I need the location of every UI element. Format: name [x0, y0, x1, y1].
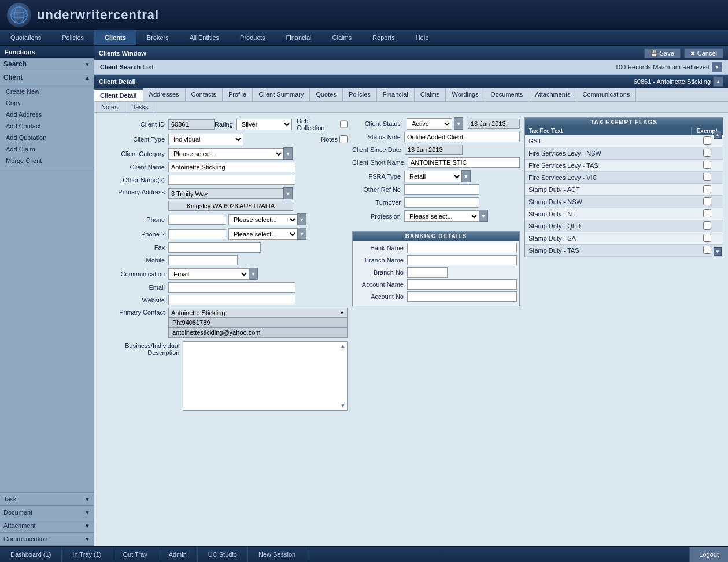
tax-exempt-checkbox[interactable] — [703, 149, 711, 157]
footer-new-session[interactable]: New Session — [248, 547, 306, 562]
primary-address-line1-input[interactable] — [168, 188, 284, 199]
profession-arrow[interactable]: ▼ — [479, 210, 488, 222]
communication-arrow[interactable]: ▼ — [249, 268, 258, 280]
nav-quotations[interactable]: Quotations — [0, 30, 51, 45]
nav-reports[interactable]: Reports — [362, 30, 405, 45]
desc-scroll-down[interactable]: ▼ — [340, 402, 346, 409]
primary-contact-box[interactable]: Antoinette Stickling ▼ — [168, 308, 348, 318]
tax-exempt-checkbox[interactable] — [703, 185, 711, 193]
website-input[interactable] — [168, 295, 295, 305]
footer-dashboard[interactable]: Dashboard (1) — [0, 547, 62, 562]
desc-scroll-up[interactable]: ▲ — [340, 343, 346, 349]
tax-exempt-checkbox[interactable] — [703, 221, 711, 230]
mobile-input[interactable] — [168, 255, 238, 265]
client-id-input[interactable] — [168, 119, 215, 130]
tab-client-detail[interactable]: Client Detail — [94, 88, 143, 101]
client-short-input[interactable] — [408, 157, 520, 168]
logout-button[interactable]: Logout — [689, 547, 728, 562]
other-names-input[interactable] — [168, 175, 295, 185]
cancel-button[interactable]: ✖ Cancel — [684, 48, 723, 58]
tab-documents[interactable]: Documents — [485, 88, 530, 101]
email-input[interactable] — [168, 282, 295, 293]
tax-scroll-up[interactable]: ▲ — [714, 131, 722, 139]
tab-claims[interactable]: Claims — [415, 88, 446, 101]
notes-checkbox[interactable] — [339, 135, 348, 143]
sidebar-merge-client[interactable]: Merge Client — [0, 155, 94, 167]
fax-input[interactable] — [168, 242, 261, 253]
sidebar-add-contact[interactable]: Add Contact — [0, 120, 94, 132]
sub-tab-tasks[interactable]: Tasks — [125, 102, 156, 112]
tab-contacts[interactable]: Contacts — [186, 88, 223, 101]
fsra-arrow[interactable]: ▼ — [461, 170, 471, 182]
save-button[interactable]: 💾 Save — [644, 48, 681, 58]
branch-name-input[interactable] — [407, 255, 517, 265]
phone2-input[interactable] — [168, 229, 226, 239]
sidebar-add-claim[interactable]: Add Claim — [0, 143, 94, 155]
phone-type-select[interactable]: Please select... — [228, 214, 298, 225]
tax-exempt-checkbox[interactable] — [703, 173, 711, 181]
tab-quotes[interactable]: Quotes — [310, 88, 342, 101]
sidebar-task-row[interactable]: Task ▼ — [0, 493, 94, 506]
nav-products[interactable]: Products — [230, 30, 275, 45]
records-max-dropdown[interactable]: ▼ — [712, 62, 722, 72]
account-name-input[interactable] — [407, 279, 517, 290]
phone2-type-arrow[interactable]: ▼ — [297, 228, 306, 240]
sidebar-communication-row[interactable]: Communication ▼ — [0, 533, 94, 546]
client-type-select[interactable]: IndividualCompanyTrustPartnership — [168, 134, 243, 145]
nav-financial[interactable]: Financial — [275, 30, 321, 45]
nav-policies[interactable]: Policies — [51, 30, 94, 45]
phone2-type-select[interactable]: Please select... — [228, 228, 298, 240]
sub-tab-notes[interactable]: Notes — [94, 102, 125, 112]
client-status-date[interactable] — [468, 119, 520, 129]
tab-communications[interactable]: Communications — [577, 88, 637, 101]
turnover-input[interactable] — [404, 197, 479, 208]
tax-exempt-checkbox[interactable] — [703, 136, 711, 145]
footer-admin[interactable]: Admin — [158, 547, 198, 562]
tab-wordings[interactable]: Wordings — [446, 88, 485, 101]
branch-no-input[interactable] — [407, 267, 448, 278]
tax-scroll-down[interactable]: ▼ — [714, 247, 722, 256]
sidebar-document-row[interactable]: Document ▼ — [0, 506, 94, 519]
phone-type-arrow[interactable]: ▼ — [297, 213, 306, 225]
nav-claims[interactable]: Claims — [322, 30, 363, 45]
client-since-input[interactable] — [405, 145, 463, 155]
account-no-input[interactable] — [407, 291, 517, 302]
tab-attachments[interactable]: Attachments — [529, 88, 577, 101]
client-detail-collapse[interactable]: ▲ — [713, 76, 723, 87]
description-box[interactable]: ▲ ▼ — [183, 341, 348, 411]
category-dropdown-arrow[interactable]: ▼ — [283, 147, 293, 160]
nav-help[interactable]: Help — [405, 30, 439, 45]
footer-in-tray[interactable]: In Tray (1) — [62, 547, 112, 562]
tab-financial[interactable]: Financial — [377, 88, 415, 101]
tax-exempt-checkbox[interactable] — [703, 197, 711, 205]
sidebar-create-new[interactable]: Create New — [0, 86, 94, 97]
communication-select[interactable]: EmailPostFax — [168, 268, 249, 280]
nav-brokers[interactable]: Brokers — [136, 30, 179, 45]
tax-exempt-checkbox[interactable] — [703, 246, 711, 254]
address-dropdown[interactable]: ▼ — [283, 187, 293, 199]
bank-name-input[interactable] — [407, 243, 517, 253]
sidebar-attachment-row[interactable]: Attachment ▼ — [0, 519, 94, 533]
rating-select[interactable]: SilverGoldBronzePlatinum — [236, 119, 292, 130]
tab-client-summary[interactable]: Client Summary — [253, 88, 310, 101]
tax-exempt-checkbox[interactable] — [703, 209, 711, 217]
sidebar-add-address[interactable]: Add Address — [0, 109, 94, 120]
sidebar-search-row[interactable]: Search ▼ — [0, 58, 94, 71]
tax-exempt-checkbox[interactable] — [703, 161, 711, 169]
client-category-select[interactable]: Please select... — [168, 148, 284, 160]
phone-input[interactable] — [168, 215, 226, 225]
sidebar-add-quotation[interactable]: Add Quotation — [0, 132, 94, 143]
other-ref-input[interactable] — [404, 184, 479, 195]
sidebar-client-row[interactable]: Client ▲ — [0, 71, 94, 84]
nav-clients[interactable]: Clients — [94, 30, 136, 45]
nav-all-entities[interactable]: All Entities — [179, 30, 230, 45]
tab-addresses[interactable]: Addresses — [143, 88, 186, 101]
tax-exempt-checkbox[interactable] — [703, 234, 711, 242]
tab-profile[interactable]: Profile — [223, 88, 253, 101]
tab-policies[interactable]: Policies — [343, 88, 377, 101]
profession-select[interactable]: Please select... — [404, 210, 479, 222]
fsra-select[interactable]: RetailWholesaleProfessional — [404, 171, 462, 182]
footer-out-tray[interactable]: Out Tray — [112, 547, 158, 562]
client-status-select[interactable]: ActiveInactiveProspect — [407, 118, 452, 130]
footer-uc-studio[interactable]: UC Studio — [198, 547, 248, 562]
